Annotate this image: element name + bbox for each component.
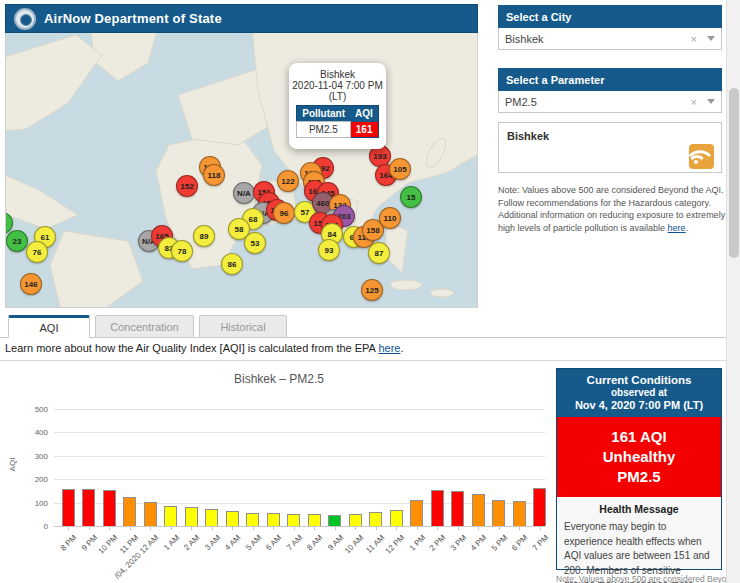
current-conditions-header: Current Conditions observed at Nov 4, 20… (557, 369, 721, 417)
chart-y-axis-label: AQI (8, 458, 17, 472)
x-tick-label: 10 PM (97, 533, 120, 556)
sidebar-note-here-link[interactable]: here (668, 223, 686, 233)
map-marker[interactable]: 78 (171, 240, 193, 262)
city-select[interactable]: Bishkek × (498, 28, 722, 50)
chart-bar[interactable] (246, 513, 259, 526)
x-tick (232, 526, 233, 530)
x-tick-label: 3 PM (449, 533, 469, 553)
cc-observed-datetime: Nov 4, 2020 7:00 PM (LT) (559, 399, 719, 411)
chart-bar[interactable] (267, 513, 280, 526)
rss-icon[interactable] (689, 144, 714, 169)
popup-pollutant-header: Pollutant (297, 106, 350, 122)
popup-pollutant-value: PM2.5 (297, 122, 350, 138)
map-marker[interactable]: 89 (193, 225, 215, 247)
city-select-value: Bishkek (505, 33, 691, 45)
chart-bar[interactable] (287, 514, 300, 526)
scrollbar-thumb[interactable] (729, 88, 739, 258)
city-chevron-down-icon[interactable] (707, 36, 715, 41)
map-popup[interactable]: Bishkek 2020-11-04 7:00 PM (LT) Pollutan… (289, 63, 386, 149)
x-tick-label: 3 AM (203, 533, 222, 552)
chart-bar[interactable] (62, 489, 75, 526)
map-marker[interactable]: 96 (273, 202, 295, 224)
x-tick (458, 526, 459, 530)
epa-here-link[interactable]: here (378, 342, 400, 354)
chart-bar[interactable] (533, 488, 546, 526)
x-tick-label: 12 PM (384, 533, 407, 556)
x-tick-label: 6 AM (264, 533, 283, 552)
map-marker[interactable]: 93 (318, 239, 340, 261)
x-tick-label: 11 AM (364, 533, 386, 555)
chart-bar[interactable] (451, 491, 464, 526)
map-marker[interactable]: 125 (361, 279, 383, 301)
map-marker[interactable]: 86 (221, 253, 243, 275)
parameter-clear-icon[interactable]: × (691, 96, 697, 108)
chart-bar[interactable] (472, 494, 485, 526)
chart-bar[interactable] (431, 490, 444, 526)
health-message-header: Health Message (564, 503, 714, 515)
sidebar-note: Note: Values above 500 are considered Be… (498, 184, 726, 234)
chart-bar[interactable] (492, 500, 505, 526)
cc-header-title: Current Conditions (559, 374, 719, 386)
cc-note-partial: Note: Values above 500 are considered Be… (556, 574, 726, 583)
cc-aqi-value: 161 AQI (559, 427, 719, 447)
chart-bar[interactable] (144, 502, 157, 526)
chart-bar[interactable] (513, 501, 526, 526)
map-marker[interactable]: 146 (20, 273, 42, 295)
chart-bar[interactable] (390, 510, 403, 526)
chart-bar[interactable] (328, 515, 341, 526)
app-title: AirNow Department of State (44, 11, 222, 26)
map-marker[interactable]: 152 (176, 175, 198, 197)
x-tick-label: 5 AM (244, 533, 263, 552)
chart-bar[interactable] (369, 512, 382, 526)
chart-bar[interactable] (123, 497, 136, 526)
chart-bar[interactable] (82, 489, 95, 526)
map-marker[interactable]: 105 (389, 158, 411, 180)
city-clear-icon[interactable]: × (691, 33, 697, 45)
gridline (54, 479, 545, 480)
chart-bar[interactable] (410, 500, 423, 526)
tab-aqi[interactable]: AQI (8, 315, 90, 338)
chart-bar[interactable] (308, 514, 321, 526)
chart-bar[interactable] (185, 507, 198, 526)
x-tick (519, 526, 520, 530)
x-tick-label: 5 PM (490, 533, 510, 553)
sidebar-note-text: Note: Values above 500 are considered Be… (498, 185, 725, 233)
chart-bar[interactable] (103, 490, 116, 526)
epa-info-text: Learn more about how the Air Quality Ind… (5, 342, 378, 354)
tab-concentration[interactable]: Concentration (95, 315, 194, 338)
map-marker[interactable]: N/A (233, 182, 255, 204)
map-marker[interactable]: 118 (203, 164, 225, 186)
parameter-chevron-down-icon[interactable] (707, 99, 715, 104)
x-tick (355, 526, 356, 530)
gridline (54, 456, 545, 457)
tab-historical[interactable]: Historical (199, 315, 287, 338)
x-tick-label: 8 PM (59, 533, 79, 553)
page-scrollbar[interactable] (726, 0, 740, 583)
chart-bar[interactable] (164, 506, 177, 526)
popup-timezone: (LT) (289, 91, 386, 102)
map-marker[interactable]: 76 (26, 241, 48, 263)
chart-bar[interactable] (205, 509, 218, 526)
parameter-select[interactable]: PM2.5 × (498, 91, 722, 113)
x-tick (314, 526, 315, 530)
map-marker[interactable]: 23 (6, 230, 28, 252)
x-tick (417, 526, 418, 530)
x-tick (437, 526, 438, 530)
map-marker[interactable]: 87 (368, 242, 390, 264)
chart-bar[interactable] (349, 514, 362, 526)
y-tick-label: 300 (18, 452, 48, 461)
rss-city-label: Bishkek (507, 130, 549, 142)
select-city-header: Select a City (498, 5, 722, 28)
map-marker[interactable]: 53 (244, 232, 266, 254)
y-tick-label: 400 (18, 428, 48, 437)
map-marker[interactable]: 122 (277, 170, 299, 192)
map-marker[interactable]: 15 (400, 186, 422, 208)
x-tick-label: 4 PM (469, 533, 489, 553)
x-tick (294, 526, 295, 530)
chart-bar[interactable] (226, 511, 239, 526)
popup-aqi-value: 161 (350, 122, 378, 138)
aqi-map[interactable]: 28236176146N/A1658378152156118122N/A1511… (5, 33, 478, 308)
gridline (54, 432, 545, 433)
x-tick (130, 526, 131, 530)
map-marker[interactable]: 110 (379, 207, 401, 229)
